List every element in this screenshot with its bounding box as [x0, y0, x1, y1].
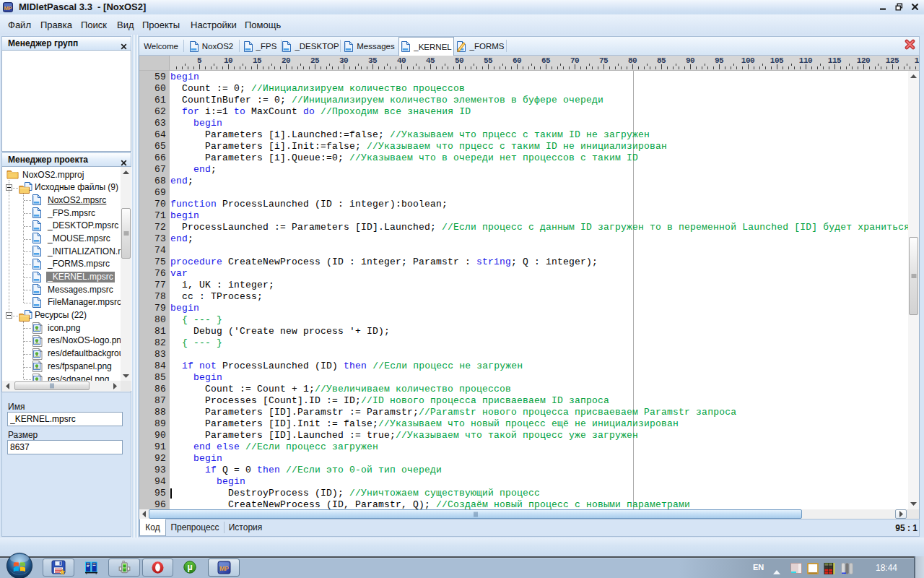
menu-item-Вид[interactable]: Вид [113, 18, 139, 32]
tree-item-_FPS.mpsrc[interactable]: _FPS.mpsrc [2, 207, 121, 220]
tab-NoxOS2[interactable]: NoxOS2 [183, 38, 239, 55]
scroll-right-icon[interactable] [110, 381, 120, 391]
tray-icon-frame-app[interactable] [807, 563, 819, 577]
image-icon [32, 374, 43, 381]
scroll-down-icon[interactable] [908, 499, 919, 509]
code-text-area[interactable]: begin Count := 0; //Инициализируем колич… [170, 71, 908, 509]
tree-item-_FORMS.mpsrc[interactable]: _FORMS.mpsrc [2, 258, 121, 271]
tray-icon-columns-app[interactable] [841, 563, 853, 577]
ruler-mid-mark [647, 64, 648, 66]
group-manager-panel[interactable] [1, 51, 131, 152]
bottom-tab-Препроцесс[interactable]: Препроцесс [166, 519, 224, 536]
tree-horizontal-scrollbar[interactable] [2, 381, 121, 391]
close-icon[interactable] [121, 157, 127, 163]
close-document-icon[interactable] [905, 39, 915, 50]
taskbar-icon-blue-book[interactable] [84, 561, 98, 577]
ruler-tick [834, 64, 835, 69]
tab-_FORMS[interactable]: _FORMS [454, 38, 506, 55]
tree-item-_INITIALIZATION.mpsrc[interactable]: _INITIALIZATION.mpsrc [2, 245, 121, 258]
tree-item-res/fpspanel.png[interactable]: res/fpspanel.png [2, 360, 121, 373]
scroll-up-icon[interactable] [121, 167, 131, 177]
ruler-tick [823, 66, 824, 69]
scroll-right-icon[interactable] [895, 509, 907, 519]
tab-_FPS[interactable]: _FPS [239, 38, 281, 55]
panel-splitter[interactable] [131, 35, 139, 538]
tree-item-_KERNEL.mpsrc[interactable]: _KERNEL.mpsrc [2, 271, 121, 284]
line-number: 65 [139, 141, 166, 152]
show-desktop-button[interactable] [914, 556, 924, 578]
menu-item-Помощь[interactable]: Помощь [240, 18, 285, 32]
menu-item-Проекты[interactable]: Проекты [138, 18, 184, 32]
bottom-tab-История[interactable]: История [224, 519, 267, 536]
hidden-icons-arrow-icon[interactable] [773, 564, 780, 577]
ruler-tick [806, 64, 806, 69]
tree-item-_22_[interactable]: Ресурсы (22) [2, 309, 121, 322]
start-button[interactable] [6, 552, 33, 578]
project-manager-title: Менеджер проекта [8, 155, 88, 165]
restore-button[interactable] [894, 2, 904, 12]
scroll-up-icon[interactable] [908, 71, 919, 82]
tree-item-NoxOS2.mpsrc[interactable]: NoxOS2.mpsrc [2, 194, 121, 207]
ruler-mid-mark [705, 64, 705, 66]
clock[interactable]: 18:44 [876, 563, 897, 573]
editor-vertical-scrollbar[interactable] [908, 71, 919, 509]
ruler-tick [378, 66, 379, 69]
close-button[interactable] [910, 2, 920, 12]
tree-item-label: _FPS.mpsrc [46, 208, 97, 219]
ruler-label: 85 [657, 56, 666, 65]
code-line: Parameters [i].Init:=false; //Указываем … [170, 141, 908, 152]
ruler-tick [557, 66, 558, 69]
tree-item-_DESKTOP.mpsrc[interactable]: _DESKTOP.mpsrc [2, 220, 121, 233]
name-field[interactable] [7, 412, 123, 426]
menu-item-Поиск[interactable]: Поиск [77, 18, 111, 32]
ruler-tick [736, 66, 737, 69]
menu-item-Настройки[interactable]: Настройки [186, 18, 241, 32]
tree-item-Messages.mpsrc[interactable]: Messages.mpsrc [2, 283, 121, 296]
scroll-left-icon[interactable] [2, 381, 12, 391]
taskbar-icon-utorrent[interactable]: µ [183, 561, 196, 577]
line-number: 82 [139, 337, 166, 349]
close-icon[interactable] [121, 40, 127, 47]
scroll-down-icon[interactable] [121, 371, 131, 381]
tab-_KERNEL[interactable]: _KERNEL [398, 37, 454, 56]
scrollbar-thumb[interactable] [149, 509, 802, 519]
taskbar-button-phone-emulator[interactable] [108, 558, 140, 577]
language-indicator[interactable]: EN [753, 563, 764, 571]
tab-_DESKTOP[interactable]: _DESKTOP [281, 38, 340, 55]
tree-item-NoxOS2.mpproj[interactable]: NoxOS2.mpproj [2, 168, 121, 181]
menu-item-Правка[interactable]: Правка [36, 18, 77, 32]
tree-item-res/NoxOS-logo.png[interactable]: res/NoxOS-logo.png [2, 335, 121, 348]
line-number: 67 [139, 164, 166, 176]
scrollbar-thumb[interactable] [14, 381, 90, 390]
project-tree-panel: NoxOS2.mpprojИсходные файлы (9)NoxOS2.mp… [1, 167, 131, 392]
taskbar-button-midletpascal[interactable]: MP [208, 558, 240, 577]
menu-item-Файл[interactable]: Файл [4, 18, 35, 32]
tree-guide-line [24, 226, 31, 227]
tab-Welcome[interactable]: Welcome [139, 38, 183, 55]
tree-item-_MOUSE.mpsrc[interactable]: _MOUSE.mpsrc [2, 232, 121, 245]
line-number: 77 [139, 280, 166, 291]
scroll-left-icon[interactable] [139, 509, 149, 519]
line-number: 59 [139, 72, 166, 83]
tree-item-res/sdpanel.png[interactable]: res/sdpanel.png [2, 373, 121, 381]
tree-item-_9_[interactable]: Исходные файлы (9) [2, 181, 121, 194]
tray-icon-pink-app[interactable] [790, 563, 802, 577]
taskbar-button-opera[interactable] [142, 558, 173, 577]
ruler-tick [702, 66, 702, 69]
tree-item-FileManager.mpsrc[interactable]: FileManager.mpsrc [2, 296, 121, 309]
tray-icon-mixer-grid[interactable] [824, 563, 835, 577]
taskbar-button-save-floppy[interactable] [43, 558, 74, 577]
tree-item-res/defaultbackground.png[interactable]: res/defaultbackground.png [2, 348, 121, 361]
ruler-tick [771, 66, 772, 69]
bottom-tab-Код[interactable]: Код [139, 519, 166, 536]
scrollbar-thumb[interactable] [121, 208, 131, 259]
tree-item-icon.png[interactable]: icon.png [2, 322, 121, 335]
tree-vertical-scrollbar[interactable] [121, 167, 131, 381]
ruler-mid-mark [445, 64, 445, 66]
ruler-tick [846, 66, 847, 69]
tab-Messages[interactable]: Messages [340, 38, 398, 55]
size-field[interactable] [7, 440, 123, 454]
editor-horizontal-scrollbar[interactable] [139, 509, 907, 519]
minimize-button[interactable] [879, 2, 888, 12]
scrollbar-thumb[interactable] [909, 237, 918, 315]
